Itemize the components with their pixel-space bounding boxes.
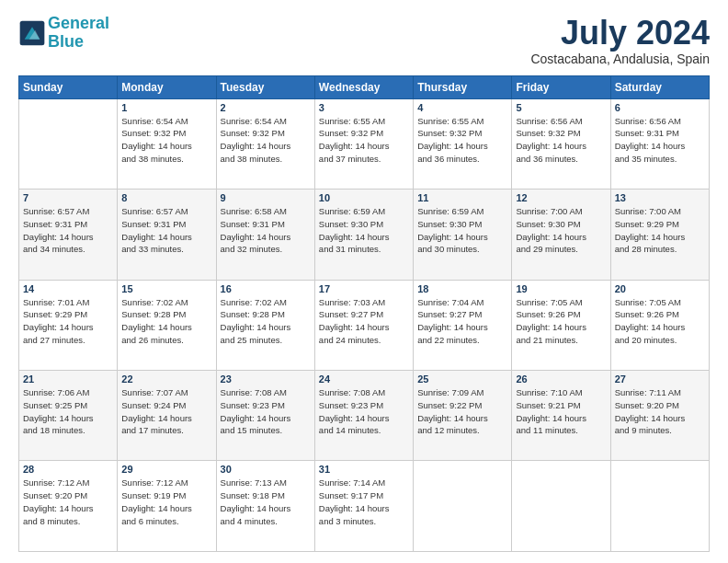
day-cell: 19Sunrise: 7:05 AM Sunset: 9:26 PM Dayli…	[512, 280, 610, 370]
day-info: Sunrise: 6:55 AM Sunset: 9:32 PM Dayligh…	[417, 115, 507, 166]
day-info: Sunrise: 7:06 AM Sunset: 9:25 PM Dayligh…	[23, 386, 113, 437]
day-info: Sunrise: 6:59 AM Sunset: 9:30 PM Dayligh…	[319, 205, 409, 256]
day-info: Sunrise: 6:57 AM Sunset: 9:31 PM Dayligh…	[121, 205, 211, 256]
header-day-monday: Monday	[118, 75, 216, 98]
day-cell: 26Sunrise: 7:10 AM Sunset: 9:21 PM Dayli…	[512, 371, 610, 461]
day-info: Sunrise: 6:54 AM Sunset: 9:32 PM Dayligh…	[221, 115, 311, 166]
day-cell: 12Sunrise: 7:00 AM Sunset: 9:30 PM Dayli…	[512, 190, 610, 280]
day-cell	[512, 461, 610, 552]
day-cell: 13Sunrise: 7:00 AM Sunset: 9:29 PM Dayli…	[610, 190, 709, 280]
header-day-wednesday: Wednesday	[314, 75, 413, 98]
day-info: Sunrise: 6:54 AM Sunset: 9:32 PM Dayligh…	[121, 115, 211, 166]
day-cell: 14Sunrise: 7:01 AM Sunset: 9:29 PM Dayli…	[19, 280, 118, 370]
week-row-0: 1Sunrise: 6:54 AM Sunset: 9:32 PM Daylig…	[19, 98, 710, 189]
day-cell: 5Sunrise: 6:56 AM Sunset: 9:32 PM Daylig…	[512, 98, 610, 189]
day-number: 10	[319, 192, 409, 203]
day-number: 26	[516, 373, 606, 385]
day-cell: 30Sunrise: 7:13 AM Sunset: 9:18 PM Dayli…	[216, 461, 314, 552]
day-number: 8	[121, 192, 211, 203]
day-info: Sunrise: 7:05 AM Sunset: 9:26 PM Dayligh…	[615, 296, 705, 347]
day-number: 12	[516, 192, 606, 203]
day-info: Sunrise: 7:00 AM Sunset: 9:29 PM Dayligh…	[615, 205, 705, 256]
header-row: SundayMondayTuesdayWednesdayThursdayFrid…	[19, 75, 710, 98]
day-cell: 31Sunrise: 7:14 AM Sunset: 9:17 PM Dayli…	[314, 461, 413, 552]
day-cell: 24Sunrise: 7:08 AM Sunset: 9:23 PM Dayli…	[314, 371, 413, 461]
logo: General Blue	[18, 15, 109, 52]
week-row-1: 7Sunrise: 6:57 AM Sunset: 9:31 PM Daylig…	[19, 190, 710, 280]
day-number: 1	[121, 102, 211, 113]
day-cell: 17Sunrise: 7:03 AM Sunset: 9:27 PM Dayli…	[314, 280, 413, 370]
day-info: Sunrise: 6:55 AM Sunset: 9:32 PM Dayligh…	[319, 115, 409, 166]
day-info: Sunrise: 7:13 AM Sunset: 9:18 PM Dayligh…	[221, 477, 311, 527]
day-number: 4	[417, 102, 507, 113]
day-number: 19	[516, 283, 606, 294]
day-info: Sunrise: 7:03 AM Sunset: 9:27 PM Dayligh…	[319, 296, 409, 347]
day-cell: 21Sunrise: 7:06 AM Sunset: 9:25 PM Dayli…	[19, 371, 118, 461]
page: General Blue July 2024 Costacabana, Anda…	[0, 0, 728, 563]
day-number: 29	[121, 464, 211, 475]
day-info: Sunrise: 7:09 AM Sunset: 9:22 PM Dayligh…	[417, 386, 507, 437]
day-info: Sunrise: 7:02 AM Sunset: 9:28 PM Dayligh…	[121, 296, 211, 347]
day-cell	[414, 461, 512, 552]
day-cell	[610, 461, 709, 552]
day-info: Sunrise: 6:56 AM Sunset: 9:32 PM Dayligh…	[516, 115, 606, 166]
day-info: Sunrise: 7:12 AM Sunset: 9:19 PM Dayligh…	[121, 477, 211, 527]
day-number: 15	[121, 283, 211, 294]
title-block: July 2024 Costacabana, Andalusia, Spain	[530, 15, 710, 66]
day-cell: 1Sunrise: 6:54 AM Sunset: 9:32 PM Daylig…	[118, 98, 216, 189]
day-info: Sunrise: 6:57 AM Sunset: 9:31 PM Dayligh…	[23, 205, 113, 256]
day-cell: 2Sunrise: 6:54 AM Sunset: 9:32 PM Daylig…	[216, 98, 314, 189]
day-number: 20	[615, 283, 705, 294]
day-info: Sunrise: 7:05 AM Sunset: 9:26 PM Dayligh…	[516, 296, 606, 347]
day-cell: 29Sunrise: 7:12 AM Sunset: 9:19 PM Dayli…	[118, 461, 216, 552]
day-number: 5	[516, 102, 606, 113]
day-cell: 8Sunrise: 6:57 AM Sunset: 9:31 PM Daylig…	[118, 190, 216, 280]
day-number: 11	[417, 192, 507, 203]
day-number: 3	[319, 102, 409, 113]
day-cell: 9Sunrise: 6:58 AM Sunset: 9:31 PM Daylig…	[216, 190, 314, 280]
day-info: Sunrise: 7:08 AM Sunset: 9:23 PM Dayligh…	[319, 386, 409, 437]
day-cell: 25Sunrise: 7:09 AM Sunset: 9:22 PM Dayli…	[414, 371, 512, 461]
day-cell: 27Sunrise: 7:11 AM Sunset: 9:20 PM Dayli…	[610, 371, 709, 461]
header-day-tuesday: Tuesday	[216, 75, 314, 98]
day-cell: 10Sunrise: 6:59 AM Sunset: 9:30 PM Dayli…	[314, 190, 413, 280]
week-row-3: 21Sunrise: 7:06 AM Sunset: 9:25 PM Dayli…	[19, 371, 710, 461]
day-number: 16	[221, 283, 311, 294]
month-title: July 2024	[530, 15, 710, 52]
day-number: 30	[221, 464, 311, 475]
logo-text: General Blue	[48, 15, 109, 52]
day-number: 22	[121, 373, 211, 385]
day-number: 27	[615, 373, 705, 385]
day-info: Sunrise: 7:07 AM Sunset: 9:24 PM Dayligh…	[121, 386, 211, 437]
day-number: 25	[417, 373, 507, 385]
day-cell: 3Sunrise: 6:55 AM Sunset: 9:32 PM Daylig…	[314, 98, 413, 189]
day-cell: 7Sunrise: 6:57 AM Sunset: 9:31 PM Daylig…	[19, 190, 118, 280]
week-row-4: 28Sunrise: 7:12 AM Sunset: 9:20 PM Dayli…	[19, 461, 710, 552]
day-info: Sunrise: 6:56 AM Sunset: 9:31 PM Dayligh…	[615, 115, 705, 166]
day-info: Sunrise: 6:58 AM Sunset: 9:31 PM Dayligh…	[221, 205, 311, 256]
day-number: 2	[221, 102, 311, 113]
day-number: 13	[615, 192, 705, 203]
day-number: 18	[417, 283, 507, 294]
day-info: Sunrise: 7:10 AM Sunset: 9:21 PM Dayligh…	[516, 386, 606, 437]
day-info: Sunrise: 7:12 AM Sunset: 9:20 PM Dayligh…	[23, 477, 113, 527]
day-info: Sunrise: 7:01 AM Sunset: 9:29 PM Dayligh…	[23, 296, 113, 347]
day-cell: 11Sunrise: 6:59 AM Sunset: 9:30 PM Dayli…	[414, 190, 512, 280]
day-cell: 22Sunrise: 7:07 AM Sunset: 9:24 PM Dayli…	[118, 371, 216, 461]
day-cell	[19, 98, 118, 189]
logo-line2: Blue	[48, 32, 84, 51]
day-cell: 4Sunrise: 6:55 AM Sunset: 9:32 PM Daylig…	[414, 98, 512, 189]
day-cell: 18Sunrise: 7:04 AM Sunset: 9:27 PM Dayli…	[414, 280, 512, 370]
day-info: Sunrise: 7:11 AM Sunset: 9:20 PM Dayligh…	[615, 386, 705, 437]
day-number: 24	[319, 373, 409, 385]
day-cell: 28Sunrise: 7:12 AM Sunset: 9:20 PM Dayli…	[19, 461, 118, 552]
header: General Blue July 2024 Costacabana, Anda…	[18, 15, 710, 66]
day-cell: 23Sunrise: 7:08 AM Sunset: 9:23 PM Dayli…	[216, 371, 314, 461]
header-day-thursday: Thursday	[414, 75, 512, 98]
day-info: Sunrise: 7:04 AM Sunset: 9:27 PM Dayligh…	[417, 296, 507, 347]
day-number: 14	[23, 283, 113, 294]
day-info: Sunrise: 7:14 AM Sunset: 9:17 PM Dayligh…	[319, 477, 409, 527]
day-number: 31	[319, 464, 409, 475]
day-number: 21	[23, 373, 113, 385]
day-number: 6	[615, 102, 705, 113]
